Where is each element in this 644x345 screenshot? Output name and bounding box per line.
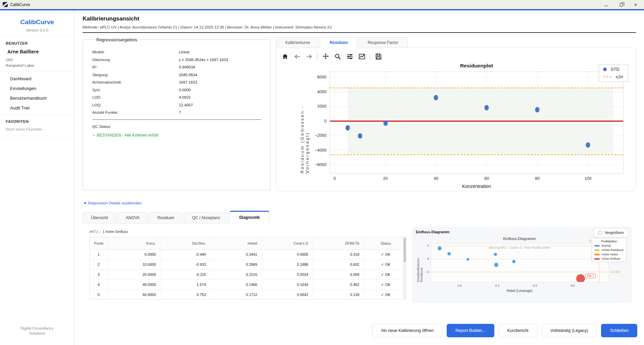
sidebar-footer: Digital Consultancy Solutions bbox=[0, 326, 74, 336]
checkbox-icon[interactable] bbox=[598, 231, 602, 235]
x-gridline bbox=[588, 72, 588, 173]
x-tick-label: 40 bbox=[434, 176, 438, 181]
y-tick-label: 4000 bbox=[317, 90, 327, 94]
x-gridline bbox=[487, 72, 487, 173]
x-tick-label: 20 bbox=[383, 176, 388, 181]
influence-panel: Einfluss-Diagramm Vergrößern Einfluss-Di… bbox=[412, 227, 632, 303]
axes-config-icon[interactable] bbox=[358, 52, 366, 60]
legend-label-hohes-residuum: Hohes Residuum bbox=[602, 248, 624, 252]
x-tick-label: 0.3 bbox=[495, 284, 499, 287]
x-gridline bbox=[436, 72, 436, 173]
sidebar-item-dashboard[interactable]: Dashboard bbox=[0, 74, 74, 84]
home-icon[interactable] bbox=[281, 52, 289, 60]
table-row[interactable]: 320.0000-0.1160.22150.00240.059✓ OK bbox=[90, 269, 406, 280]
tab-kalibrierkurve[interactable]: Kalibrierkurve bbox=[276, 37, 319, 48]
x-tick-label: 80 bbox=[535, 176, 540, 181]
data-point-normal bbox=[512, 260, 516, 263]
tab-response-factor[interactable]: Response Factor bbox=[358, 37, 407, 48]
chart-region: Kalibrierkurve Residuen Response Factor bbox=[276, 37, 636, 191]
qc-status-label: QC Status: bbox=[92, 125, 261, 129]
data-cell: 5.0000 bbox=[107, 249, 160, 259]
sigma-line bbox=[330, 88, 623, 88]
y-tick-label: 6000 bbox=[317, 75, 327, 80]
regression-row: Gleichung:y = 2045.9534x + 1697.1623 bbox=[92, 56, 261, 64]
warning-icon: ⚠ bbox=[98, 230, 101, 234]
influence-plot-ylabel: Standardisiertes Residuum bbox=[416, 243, 423, 282]
sd-line bbox=[431, 272, 608, 272]
plot-toolbar bbox=[281, 51, 631, 61]
y-tick-label: 0 bbox=[427, 257, 429, 260]
close-view-button[interactable]: Schließen bbox=[601, 324, 637, 337]
y-gridline bbox=[330, 136, 623, 136]
y-tick-label: 2 bbox=[427, 244, 429, 247]
residual-plot-xlabel: Konzentration bbox=[330, 184, 624, 189]
sidebar-user-initials: (AB) bbox=[0, 54, 74, 62]
status-cell: ✓ OK bbox=[363, 290, 406, 299]
sidebar-favorites-empty: Noch keine Favoriten bbox=[0, 124, 74, 136]
close-icon: × bbox=[634, 2, 637, 7]
column-header: Std.Res. bbox=[160, 237, 210, 249]
legend-swatch-hoher-einfluss bbox=[594, 258, 600, 260]
table-row[interactable]: 560.00000.7530.17120.06420.139✓ OK bbox=[90, 290, 406, 299]
table-scrollbar-thumb[interactable] bbox=[404, 238, 406, 262]
regression-row: Anzahl Punkte:7 bbox=[92, 109, 261, 116]
y-gridline bbox=[330, 150, 623, 150]
legend-label-normal: Normal bbox=[602, 244, 611, 247]
data-cell: 0.1712 bbox=[210, 290, 261, 299]
sidebar-app-name: CalibCurve bbox=[0, 18, 74, 26]
sidebar-user-lab: Rangsdorf Labor bbox=[0, 62, 74, 72]
table-row[interactable]: 440.00001.5740.14600.16340.462✓ OK bbox=[90, 280, 406, 290]
data-point-normal bbox=[494, 263, 498, 267]
tab-qc-akzeptanz[interactable]: QC / Akzeptanz bbox=[184, 212, 229, 224]
column-header: Konz. bbox=[107, 237, 160, 249]
close-button[interactable]: × bbox=[633, 2, 639, 8]
enlarge-button[interactable]: Vergrößern bbox=[594, 228, 629, 237]
tab-anova[interactable]: ANOVA bbox=[117, 212, 148, 224]
tab-diagnostik[interactable]: Diagnostik bbox=[230, 211, 269, 224]
data-point-std bbox=[485, 105, 489, 110]
short-report-button[interactable]: Kurzbericht bbox=[499, 324, 537, 337]
header-divider bbox=[83, 32, 636, 33]
data-cell: 1.574 bbox=[160, 280, 210, 290]
pan-icon[interactable] bbox=[321, 52, 330, 60]
forward-icon[interactable] bbox=[305, 52, 313, 60]
data-point-std bbox=[434, 95, 438, 100]
table-row[interactable]: 210.0000-0.9330.29690.18880.602✓ OK bbox=[90, 259, 406, 269]
sidebar-section-benutzer: BENUTZER bbox=[0, 37, 74, 45]
influence-plot-area[interactable] bbox=[431, 243, 608, 282]
y-tick-label: −2 bbox=[426, 270, 429, 274]
data-cell: 1 bbox=[90, 249, 107, 259]
subplots-icon[interactable] bbox=[346, 52, 354, 60]
minimize-button[interactable] bbox=[603, 2, 609, 8]
residual-plot-area[interactable] bbox=[330, 71, 624, 174]
open-as-new-calibration-button[interactable]: Als neue Kalibrierung öffnen bbox=[372, 324, 442, 337]
back-icon[interactable] bbox=[293, 52, 301, 60]
legend-sigma-label: ±2σ bbox=[616, 74, 623, 79]
tab-residuen[interactable]: Residuen bbox=[320, 37, 357, 48]
regression-rows: Modell:LinearGleichung:y = 2045.9534x + … bbox=[92, 48, 261, 116]
save-icon[interactable] bbox=[374, 52, 382, 60]
regression-panel-title: Regressionsergebnis bbox=[94, 37, 139, 42]
table-row[interactable]: 15.0000-0.4400.34410.06050.318✓ OK bbox=[90, 249, 406, 259]
column-header: Cook's D bbox=[261, 237, 312, 249]
data-cell: 0.1634 bbox=[261, 280, 312, 290]
data-cell: 0.0642 bbox=[261, 290, 312, 299]
x-gridline bbox=[335, 72, 335, 173]
report-builder-button[interactable]: Report Builder... bbox=[447, 324, 494, 337]
full-legacy-report-button[interactable]: Vollständig (Legacy) bbox=[542, 324, 597, 337]
data-cell: 0.753 bbox=[160, 290, 210, 299]
data-cell: 3 bbox=[90, 269, 107, 280]
tab-uebersicht[interactable]: Übersicht bbox=[83, 212, 116, 224]
sidebar-item-einstellungen[interactable]: Einstellungen bbox=[0, 84, 74, 93]
data-cell: 0.2215 bbox=[210, 269, 261, 280]
sidebar-item-benutzerhandbuch[interactable]: Benutzerhandbuch bbox=[0, 93, 74, 103]
sidebar-item-audit-trail[interactable]: Audit Trail bbox=[0, 103, 74, 113]
zoom-icon[interactable] bbox=[334, 52, 342, 60]
legend-swatch-hoher-hebel bbox=[594, 254, 600, 255]
y-tick-label: 0 bbox=[324, 119, 327, 124]
detail-tabs: Übersicht ANOVA Residuen QC / Akzeptanz … bbox=[83, 211, 636, 224]
regression-row: LOQ:12.4007 bbox=[92, 101, 261, 109]
regression-details-toggle[interactable]: ▼ Regression Details ausblenden bbox=[83, 201, 636, 205]
maximize-button[interactable] bbox=[618, 2, 624, 8]
tab-residuen-detail[interactable]: Residuen bbox=[149, 212, 183, 224]
